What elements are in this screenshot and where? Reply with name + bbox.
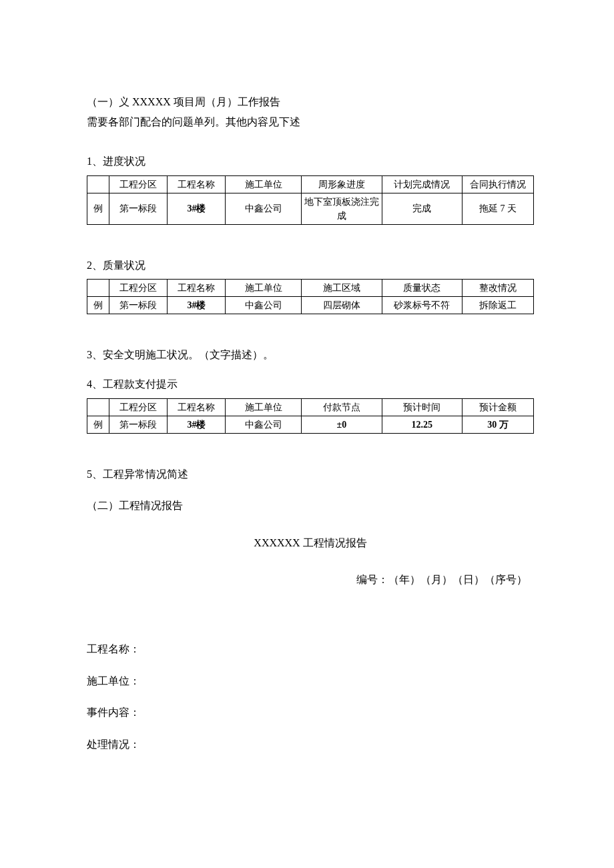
table-header-row: 工程分区 工程名称 施工单位 周形象进度 计划完成情况 合同执行情况 xyxy=(87,175,534,193)
intro-line-2: 需要各部门配合的问题单列。其他内容见下述 xyxy=(87,113,534,131)
th-blank xyxy=(87,280,109,297)
th-progress: 周形象进度 xyxy=(302,175,382,193)
table-progress: 工程分区 工程名称 施工单位 周形象进度 计划完成情况 合同执行情况 例 第一标… xyxy=(87,175,534,225)
td-contract: 拖延 7 天 xyxy=(462,193,533,224)
td-example: 例 xyxy=(87,297,109,314)
th-unit: 施工单位 xyxy=(226,280,302,297)
td-estamt: 30 万 xyxy=(462,416,533,433)
intro-line-1: （一）义 XXXXX 项目周（月）工作报告 xyxy=(87,93,534,111)
td-zone: 第一标段 xyxy=(109,193,168,224)
th-unit: 施工单位 xyxy=(226,175,302,193)
section-2-heading: 2、质量状况 xyxy=(87,257,534,274)
td-plan: 完成 xyxy=(382,193,462,224)
th-name: 工程名称 xyxy=(168,175,226,193)
section-5-heading: 5、工程异常情况简述 xyxy=(87,466,534,483)
field-handling: 处理情况： xyxy=(87,736,534,753)
th-unit: 施工单位 xyxy=(226,398,302,416)
report-title: XXXXXX 工程情况报告 xyxy=(87,534,534,552)
td-area: 四层砌体 xyxy=(302,297,382,314)
report-numbering: 编号：（年）（月）（日）（序号） xyxy=(87,571,534,588)
td-paypoint: ±0 xyxy=(302,416,382,433)
td-esttime: 12.25 xyxy=(382,416,462,433)
th-area: 施工区域 xyxy=(302,280,382,297)
table-header-row: 工程分区 工程名称 施工单位 施工区域 质量状态 整改情况 xyxy=(87,280,534,297)
td-unit: 中鑫公司 xyxy=(226,416,302,433)
td-unit: 中鑫公司 xyxy=(226,193,302,224)
section-3-heading: 3、安全文明施工状况。（文字描述）。 xyxy=(87,346,534,364)
th-name: 工程名称 xyxy=(168,280,226,297)
td-name: 3#楼 xyxy=(168,193,226,224)
table-quality: 工程分区 工程名称 施工单位 施工区域 质量状态 整改情况 例 第一标段 3#楼… xyxy=(87,279,534,314)
td-qstatus: 砂浆标号不符 xyxy=(382,297,462,314)
table-row: 例 第一标段 3#楼 中鑫公司 四层砌体 砂浆标号不符 拆除返工 xyxy=(87,297,534,314)
td-unit: 中鑫公司 xyxy=(226,297,302,314)
section-4-heading: 4、工程款支付提示 xyxy=(87,376,534,393)
th-estamt: 预计金额 xyxy=(462,398,533,416)
table-payment: 工程分区 工程名称 施工单位 付款节点 预计时间 预计金额 例 第一标段 3#楼… xyxy=(87,398,534,434)
table-row: 例 第一标段 3#楼 中鑫公司 ±0 12.25 30 万 xyxy=(87,416,534,433)
table-header-row: 工程分区 工程名称 施工单位 付款节点 预计时间 预计金额 xyxy=(87,398,534,416)
part-2-heading: （二）工程情况报告 xyxy=(87,497,534,514)
td-example: 例 xyxy=(87,416,109,433)
th-plan: 计划完成情况 xyxy=(382,175,462,193)
field-project-name: 工程名称： xyxy=(87,640,534,658)
th-blank xyxy=(87,398,109,416)
th-qstatus: 质量状态 xyxy=(382,280,462,297)
th-name: 工程名称 xyxy=(168,398,226,416)
td-example: 例 xyxy=(87,193,109,224)
th-esttime: 预计时间 xyxy=(382,398,462,416)
field-construction-unit: 施工单位： xyxy=(87,673,534,690)
table-row: 例 第一标段 3#楼 中鑫公司 地下室顶板浇注完成 完成 拖延 7 天 xyxy=(87,193,534,224)
th-zone: 工程分区 xyxy=(109,398,168,416)
section-1-heading: 1、进度状况 xyxy=(87,153,534,170)
td-name: 3#楼 xyxy=(168,416,226,433)
th-zone: 工程分区 xyxy=(109,175,168,193)
th-fix: 整改情况 xyxy=(462,280,533,297)
td-zone: 第一标段 xyxy=(109,297,168,314)
th-blank xyxy=(87,175,109,193)
th-paypoint: 付款节点 xyxy=(302,398,382,416)
td-fix: 拆除返工 xyxy=(462,297,533,314)
th-zone: 工程分区 xyxy=(109,280,168,297)
th-contract: 合同执行情况 xyxy=(462,175,533,193)
field-event-content: 事件内容： xyxy=(87,704,534,721)
td-progress: 地下室顶板浇注完成 xyxy=(302,193,382,224)
td-zone: 第一标段 xyxy=(109,416,168,433)
td-name: 3#楼 xyxy=(168,297,226,314)
